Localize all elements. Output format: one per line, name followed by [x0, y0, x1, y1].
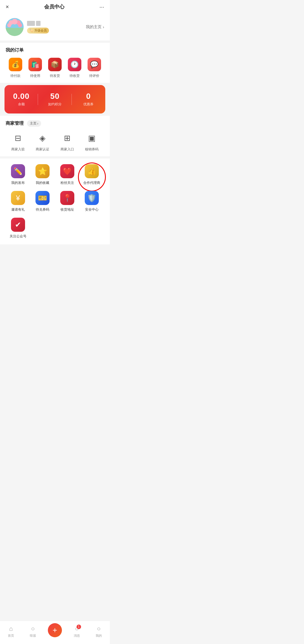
name-block-2	[36, 21, 41, 26]
avatar[interactable]	[6, 18, 24, 36]
profile-left: 🏷️ 升级会员	[6, 18, 49, 36]
profile-section: 🏷️ 升级会员 我的主页 ›	[0, 14, 110, 41]
tool-icon-0-3: 👍	[85, 164, 99, 178]
merchant-item-0[interactable]: ⊟ 商家入驻	[11, 131, 25, 152]
merchant-label-0: 商家入驻	[11, 147, 25, 152]
merchant-icon-3: ▣	[85, 131, 99, 145]
wallet-item-1[interactable]: 50 如约积分	[38, 92, 71, 107]
vip-icon: 🏷️	[29, 28, 33, 32]
wallet-amount-2: 0	[72, 92, 105, 101]
order-item-2[interactable]: 📦 待发货	[48, 58, 62, 78]
tool-label-2-0: 关注公众号	[10, 234, 26, 239]
tool-item-1-0[interactable]: ¥ 邀请有礼	[6, 191, 30, 212]
tool-item-0-2[interactable]: ❤️ 粉丝关注	[55, 164, 80, 185]
tool-icon-0-0: ✏️	[11, 164, 25, 178]
tool-label-1-0: 邀请有礼	[11, 207, 25, 212]
order-label-3: 待收货	[70, 73, 80, 78]
tool-icon-1-1: 🎫	[35, 191, 50, 205]
order-icon-4: 💬	[88, 58, 101, 71]
my-home-link[interactable]: 我的主页 ›	[86, 24, 104, 30]
tool-icon-1-0: ¥	[11, 191, 25, 205]
merchant-badge-label: 主页	[30, 121, 37, 126]
merchant-title: 商家管理	[6, 121, 24, 126]
merchant-icons: ⊟ 商家入驻 ◈ 商家认证 ⊞ 商家入口 ▣ 核销券码	[6, 131, 104, 152]
order-icons: 💰 待付款 🛍️ 待使用 📦 待发货 🕐 待收货 💬 待评价	[6, 58, 104, 78]
tool-icon-0-2: ❤️	[60, 164, 74, 178]
vip-badge[interactable]: 🏷️ 升级会员	[27, 28, 49, 34]
tool-item-2-0[interactable]: ✔ 关注公众号	[6, 218, 30, 239]
order-item-1[interactable]: 🛍️ 待使用	[28, 58, 42, 78]
more-icon[interactable]: ···	[99, 4, 104, 10]
merchant-item-2[interactable]: ⊞ 商家入口	[61, 131, 74, 152]
tools-grid: ✏️ 我的发布 ⭐ 我的收藏 ❤️ 粉丝关注 👍 合作代理商 ¥ 邀请有礼 🎫 …	[6, 164, 104, 239]
tools-section: ✏️ 我的发布 ⭐ 我的收藏 ❤️ 粉丝关注 👍 合作代理商 ¥ 邀请有礼 🎫 …	[0, 159, 110, 244]
merchant-section: 商家管理 主页 › ⊟ 商家入驻 ◈ 商家认证 ⊞ 商家入口 ▣ 核销券码	[0, 116, 110, 156]
header: × 会员中心 ···	[0, 0, 110, 14]
merchant-label-3: 核销券码	[85, 147, 99, 152]
tool-item-1-1[interactable]: 🎫 待兑券码	[30, 191, 55, 212]
order-label-2: 待发货	[50, 73, 60, 78]
tool-item-1-2[interactable]: 📍 收货地址	[55, 191, 80, 212]
wallet-desc-0: 余额	[5, 102, 38, 107]
tool-label-0-1: 我的收藏	[36, 181, 49, 185]
tool-icon-1-2: 📍	[60, 191, 74, 205]
wallet-desc-2: 优惠券	[72, 102, 105, 107]
order-item-4[interactable]: 💬 待评价	[88, 58, 101, 78]
wallet-amount-1: 50	[38, 92, 71, 101]
wallet-desc-1: 如约积分	[38, 102, 71, 107]
order-label-0: 待付款	[10, 73, 21, 78]
tool-item-0-0[interactable]: ✏️ 我的发布	[6, 164, 30, 185]
merchant-icon-2: ⊞	[61, 131, 74, 145]
wallet-amount-0: 0.00	[5, 92, 38, 101]
merchant-label-1: 商家认证	[36, 147, 49, 152]
wallet-item-2[interactable]: 0 优惠券	[72, 92, 105, 107]
username-placeholder	[27, 21, 41, 26]
order-icon-0: 💰	[9, 58, 22, 71]
tool-icon-2-0: ✔	[11, 218, 25, 232]
username-row	[27, 21, 49, 26]
order-item-3[interactable]: 🕐 待收货	[68, 58, 81, 78]
wallet-item-0[interactable]: 0.00 余额	[5, 92, 38, 107]
merchant-item-1[interactable]: ◈ 商家认证	[36, 131, 49, 152]
tool-label-1-2: 收货地址	[61, 207, 74, 212]
tool-icon-0-1: ⭐	[35, 164, 50, 178]
tool-label-0-2: 粉丝关注	[61, 181, 74, 185]
order-icon-3: 🕐	[68, 58, 81, 71]
vip-label: 升级会员	[34, 28, 47, 33]
name-block-1	[27, 21, 35, 26]
tool-label-0-0: 我的发布	[11, 181, 25, 185]
tool-item-0-3[interactable]: 👍 合作代理商	[80, 164, 104, 185]
merchant-icon-0: ⊟	[11, 131, 25, 145]
chevron-right-icon: ›	[103, 25, 104, 29]
wallet-card: 0.00 余额 50 如约积分 0 优惠券	[5, 85, 105, 113]
tool-label-1-3: 安全中心	[85, 207, 99, 212]
close-icon[interactable]: ×	[6, 4, 9, 10]
merchant-home-badge[interactable]: 主页 ›	[27, 120, 41, 127]
my-home-label: 我的主页	[86, 24, 102, 30]
merchant-header: 商家管理 主页 ›	[6, 120, 104, 127]
order-icon-2: 📦	[48, 58, 62, 71]
merchant-icon-1: ◈	[36, 131, 49, 145]
page-title: 会员中心	[44, 3, 64, 10]
tool-icon-1-3: 🛡️	[85, 191, 99, 205]
tool-label-0-3: 合作代理商	[83, 181, 100, 185]
order-icon-1: 🛍️	[28, 58, 42, 71]
tool-item-1-3[interactable]: 🛡️ 安全中心	[80, 191, 104, 212]
merchant-label-2: 商家入口	[61, 147, 74, 152]
profile-info: 🏷️ 升级会员	[27, 21, 49, 34]
tool-label-1-1: 待兑券码	[36, 207, 49, 212]
merchant-item-3[interactable]: ▣ 核销券码	[85, 131, 99, 152]
tool-item-0-1[interactable]: ⭐ 我的收藏	[30, 164, 55, 185]
orders-title: 我的订单	[6, 47, 104, 53]
order-item-0[interactable]: 💰 待付款	[9, 58, 22, 78]
chevron-right-icon: ›	[37, 122, 38, 126]
order-label-1: 待使用	[30, 73, 40, 78]
order-label-4: 待评价	[89, 73, 99, 78]
orders-section: 我的订单 💰 待付款 🛍️ 待使用 📦 待发货 🕐 待收货 💬 待评价	[0, 43, 110, 83]
